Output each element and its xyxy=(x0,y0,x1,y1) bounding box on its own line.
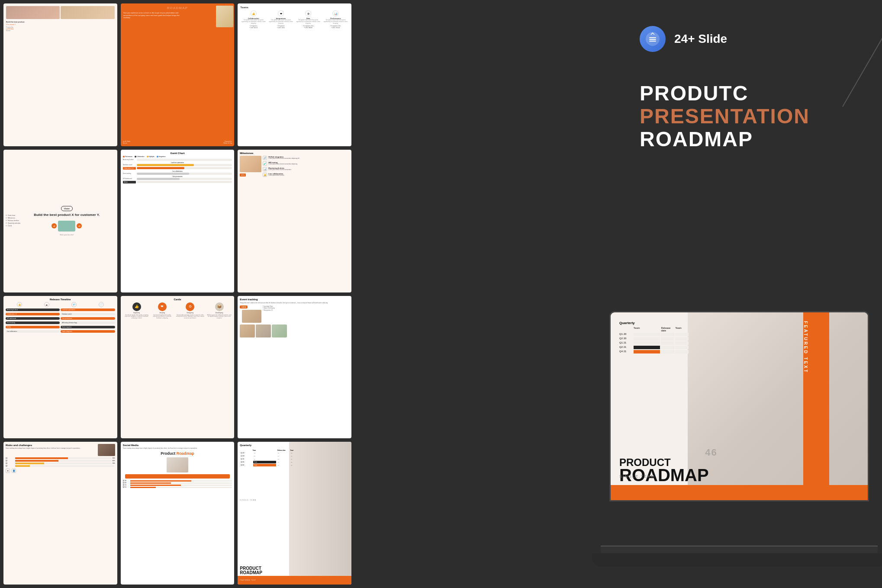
bar-fill-1 xyxy=(15,457,68,459)
trow-2: Q2 20 xyxy=(619,337,689,341)
th-1 xyxy=(240,450,252,451)
slide-9-items: • Issue type: Epic • Status: Developing … xyxy=(263,305,349,312)
card-circle-2: ❤ xyxy=(158,302,167,311)
slide-1[interactable]: Build the best product. X for customer Y… xyxy=(3,3,117,146)
card-label-2: Scoping xyxy=(151,312,174,314)
slide-7-icons: 👍 ☁ 💎 📄 xyxy=(6,302,115,307)
tr-4: Q2 21 Team — — xyxy=(240,461,302,463)
pill-live: Live collaboration xyxy=(6,330,60,333)
milestones-percentage: 41% xyxy=(240,174,246,177)
slide-7[interactable]: Release Timeline 👍 ☁ 💎 📄 Monitoring & al… xyxy=(3,296,117,439)
bar-fill-3 xyxy=(15,463,44,464)
card-developing: 📦 Developing Added support for additiona… xyxy=(206,302,232,320)
svg-rect-1 xyxy=(649,37,656,38)
table-col-headers: Team Release date Team xyxy=(619,327,689,332)
slide-12[interactable]: Quarterly 46 Team Release date Team Q1 2… xyxy=(238,442,351,585)
team-collab-desc: The global retail market has grown signi… xyxy=(240,19,267,25)
ms-icon-1: 🔗 xyxy=(263,156,267,160)
tc-5-4: — xyxy=(290,464,302,466)
sm-bar-fill-3 xyxy=(130,485,181,486)
card-desc-3: Dynamically synergize superior support t… xyxy=(174,315,206,320)
bar-label-4: Q4 xyxy=(6,465,14,467)
slide-2[interactable]: ROADMAP Give your audience some context … xyxy=(121,3,235,146)
slide-3[interactable]: Teams 👍 Collaboration The global retail … xyxy=(238,3,351,146)
ms-icon-3: 📊 xyxy=(263,167,267,171)
title-line-1: PRODUTC xyxy=(640,82,810,105)
slide-11[interactable]: Social Media Some roadmap items always h… xyxy=(121,442,235,585)
tc-3-2: — xyxy=(253,458,276,460)
featured-area: FEATURED TEXT 46 PRODUCT ROADMAP SINGLE.… xyxy=(583,276,882,588)
integrations-icon: ❤ xyxy=(278,10,284,16)
slide-2-body: Give your audience some context on the s… xyxy=(123,12,183,19)
team-collaboration: 👍 Collaboration The global retail market… xyxy=(240,10,267,29)
bar-bg-4 xyxy=(15,465,114,467)
pill-monitoring: Monitoring & alerts xyxy=(6,308,60,311)
tc-5-2: Team xyxy=(253,464,276,466)
ms-item-2: 🧪 A/B testingLorem ipsum dolor sit amet … xyxy=(263,161,349,166)
featured-vert-text: FEATURED TEXT xyxy=(803,312,808,382)
laptop-screen: FEATURED TEXT 46 PRODUCT ROADMAP SINGLE.… xyxy=(609,311,869,501)
slide-5[interactable]: Gantt Chart Performance Collaboration Hi… xyxy=(121,150,235,292)
risk-icon-1: ✕ xyxy=(6,469,10,473)
card-desc-1: Introduced regular data quality, includi… xyxy=(123,315,151,320)
card-label-3: Designing xyxy=(174,312,206,314)
sm-bar-fill-1 xyxy=(130,480,191,482)
gantt-row-1: Monitoring & alerts xyxy=(123,159,232,161)
tc-1-3: — xyxy=(277,452,289,454)
quarterly-label: Quarterly xyxy=(619,321,689,325)
slide-10[interactable]: Risks and challenges Some roadmap items … xyxy=(3,442,117,585)
slide-8[interactable]: Cards 👍 Exploring Introduced regular dat… xyxy=(121,296,235,439)
sm-bar-label-2: Q2 20 xyxy=(123,482,129,484)
ms-text-1: HitHub integrationLorem ipsum dolor sit … xyxy=(268,156,299,160)
pill-load: Load time optimization xyxy=(61,308,115,311)
nav-quarterly: Quarterly calendar xyxy=(6,222,20,224)
tr-3: Q1 21 — — — xyxy=(240,458,302,460)
tc-4-1: Q2 21 xyxy=(240,461,252,463)
th-2: Team xyxy=(253,450,277,451)
pill-user: User permissions xyxy=(61,317,115,320)
slide-10-bars: Q1 55% Q2 45% Q3 31% Q4 xyxy=(6,457,115,467)
slide-4[interactable]: Gantt chart Milestones Release timeline … xyxy=(3,150,117,292)
vision-question: What's great about this? xyxy=(60,234,74,236)
pill-zapier: Zapier integration xyxy=(61,330,115,333)
sm-bar-fill-4 xyxy=(130,487,156,488)
risk-icon-2: 👤 xyxy=(12,469,16,473)
legend-performance: Performance xyxy=(123,156,132,157)
gantt-row-db: Database switch xyxy=(123,164,232,166)
gantt-row-event: Event tracking xyxy=(123,173,232,175)
svg-rect-3 xyxy=(649,41,656,42)
team-integrations: ❤ Integrations The global retail market … xyxy=(267,10,294,29)
event-product-img xyxy=(242,310,261,323)
team-data: ⚙ Data The global retail market has grow… xyxy=(295,10,322,29)
pill-slack: Slack integration xyxy=(61,326,115,328)
slide-1-images xyxy=(6,6,115,19)
th-3: Release date xyxy=(277,450,290,451)
card-label-4: Developing xyxy=(206,312,232,314)
nav-milestones: Milestones xyxy=(6,217,20,219)
legend-collaboration: Collaboration xyxy=(135,156,145,157)
card-exploring: 👍 Exploring Introduced regular data qual… xyxy=(123,302,151,320)
tr-1: Q1 20 — — — xyxy=(240,452,302,454)
card-circle-3: ⚙ xyxy=(186,302,194,311)
slide-12-orange-bar: FEATURED TEXT xyxy=(238,576,351,585)
slide-2-prepared-by: Lee M. BlackDirector xyxy=(123,141,130,144)
slide-9[interactable]: Event tracking Things that aren't visibl… xyxy=(238,296,351,439)
bar-label-1: Q1 xyxy=(6,457,14,459)
team-collab-engineers: • 4 engineers• Lead: Sprout xyxy=(240,25,267,29)
v2-badge-2: v2 xyxy=(77,223,82,228)
pill-hithub: HitHub xyxy=(6,326,60,328)
right-panel: 24+ Slide PRODUTC PRESENTATION ROADMAP F… xyxy=(614,0,882,588)
bar-label-3: Q3 xyxy=(6,463,14,464)
card-label-1: Exploring xyxy=(123,312,151,314)
gantt-label-user: User permissions xyxy=(123,176,232,177)
bar-bg-2 xyxy=(15,460,112,462)
slide-6-title: Milestones xyxy=(240,152,349,154)
slide-6[interactable]: Milestones 41% 🔗 HitHub integrationLorem… xyxy=(238,150,351,292)
slide-1-subtitle: X for customer Y. xyxy=(6,24,115,26)
slide-10-header: Risks and challenges Some roadmap items … xyxy=(6,444,115,456)
ms-text-3: Monitoring & alertsLorem ipsum dolor sit… xyxy=(268,167,291,171)
vision-title: Build the best product X for customer Y. xyxy=(34,213,100,217)
legend-highlights: Highlights xyxy=(147,156,155,157)
laptop-base-bottom xyxy=(592,553,882,566)
nav-release: Release timeline xyxy=(6,220,20,222)
